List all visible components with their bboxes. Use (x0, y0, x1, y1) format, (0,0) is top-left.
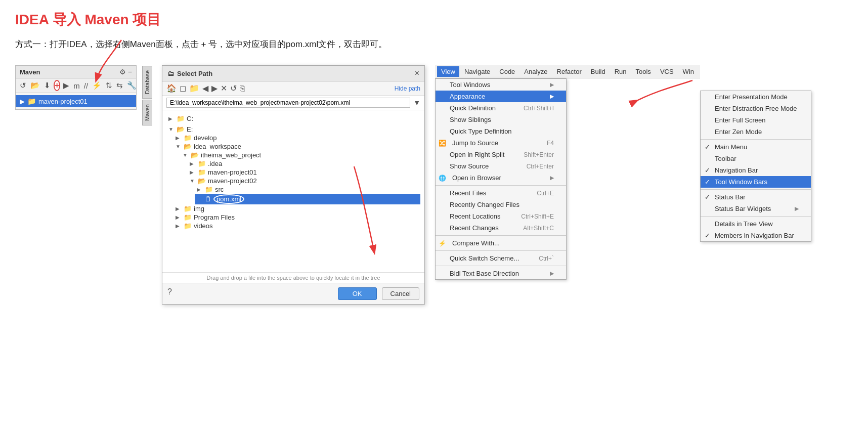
path-dropdown-icon[interactable]: ▼ (413, 99, 420, 107)
settings-icon[interactable]: 🔧 (126, 80, 138, 91)
tool-windows-label: Tool Windows (450, 81, 546, 89)
sub-status-bar[interactable]: Status Bar (701, 191, 811, 203)
menu-recent-files[interactable]: Recent Files Ctrl+E (436, 187, 566, 199)
lightning-icon[interactable]: ⚡ (91, 80, 103, 91)
forward-icon[interactable]: ▶ (211, 83, 218, 93)
sub-enter-distraction[interactable]: Enter Distraction Free Mode (701, 103, 811, 114)
menubar-item-win[interactable]: Win (679, 66, 698, 77)
open-folder-icon[interactable]: 📂 (29, 80, 41, 91)
ok-button[interactable]: OK (338, 287, 377, 300)
collapse-icon[interactable]: ⇅ (105, 80, 113, 91)
minus-icon[interactable]: − (128, 68, 132, 76)
menu-jump-to-source[interactable]: 🔀 Jump to Source F4 (436, 137, 566, 149)
folder-up-icon[interactable]: 📁 (189, 83, 199, 93)
sub-enter-fullscreen[interactable]: Enter Full Screen (701, 114, 811, 126)
cancel-button[interactable]: Cancel (382, 287, 419, 300)
menu-compare-with[interactable]: ⚡ Compare With... (436, 237, 566, 249)
menu-open-browser[interactable]: 🌐 Open in Browser ▶ (436, 172, 566, 184)
sub-enter-presentation[interactable]: Enter Presentation Mode (701, 91, 811, 103)
open-right-split-label: Open in Right Split (450, 151, 509, 158)
menu-recent-changes[interactable]: Recent Changes Alt+Shift+C (436, 222, 566, 234)
help-icon[interactable]: ? (167, 287, 172, 300)
tree-node-idea-workspace[interactable]: ▼ 📂 idea_workspace (173, 142, 420, 151)
menu-recent-locations[interactable]: Recent Locations Ctrl+Shift+E (436, 210, 566, 222)
tree-node-e[interactable]: ▼ 📂 E: ▶ 📁 develop ▼ 📂 idea_workspace (166, 124, 420, 231)
menubar-item-refactor[interactable]: Refactor (553, 66, 586, 77)
menu-tool-windows[interactable]: Tool Windows ▶ (436, 79, 566, 91)
dialog-close-button[interactable]: × (415, 69, 419, 78)
gear-icon[interactable]: ⚙ (119, 68, 126, 76)
sub-members-nav[interactable]: Members in Navigation Bar (701, 230, 811, 241)
download-icon[interactable]: ⬇ (43, 80, 52, 91)
expand-chevron: ▶ (20, 98, 25, 105)
menu-open-right-split[interactable]: Open in Right Split Shift+Enter (436, 149, 566, 160)
recent-changes-label: Recent Changes (450, 224, 509, 232)
maven-icon[interactable]: m (72, 81, 81, 91)
show-source-shortcut: Ctrl+Enter (527, 163, 554, 170)
back-icon[interactable]: ◀ (202, 83, 208, 93)
dialog-tree: ▶ 📁 C: ▼ 📂 E: ▶ 📁 develop (162, 110, 424, 272)
tree-node-c[interactable]: ▶ 📁 C: (166, 113, 420, 124)
tree-node-maven01[interactable]: ▶ 📁 maven-project01 (188, 168, 420, 177)
tree-node-develop[interactable]: ▶ 📁 develop (173, 134, 420, 142)
menubar-item-run[interactable]: Run (611, 66, 631, 77)
menubar-item-tools[interactable]: Tools (632, 66, 655, 77)
menubar-item-analyze[interactable]: Analyze (520, 66, 551, 77)
database-tab[interactable]: Database (142, 66, 152, 99)
copy-icon[interactable]: ⎘ (240, 84, 245, 93)
members-nav-label: Members in Navigation Bar (715, 232, 799, 239)
sub-navigation-bar[interactable]: Navigation Bar (701, 164, 811, 176)
maven-project-label: maven-project01 (38, 98, 88, 105)
recent-locations-label: Recent Locations (450, 212, 507, 220)
sub-enter-zen[interactable]: Enter Zen Mode (701, 126, 811, 138)
menu-show-source[interactable]: Show Source Ctrl+Enter (436, 160, 566, 172)
show-source-label: Show Source (450, 162, 512, 170)
toolbar-label: Toolbar (715, 155, 799, 162)
tree-node-idea[interactable]: ▶ 📁 .idea (188, 159, 420, 168)
tree-node-img[interactable]: ▶ 📁 img (173, 204, 420, 213)
sub-status-bar-widgets[interactable]: Status Bar Widgets ▶ (701, 203, 811, 215)
maven-panel: Maven ⚙ − ↺ 📂 ⬇ + ▶ m // ⚡ ⇅ ⇆ 🔧 ▶ 📁 mav… (15, 65, 137, 110)
menu-show-siblings[interactable]: Show Siblings (436, 114, 566, 125)
skip-tests-icon[interactable]: // (83, 81, 89, 91)
root-icon[interactable]: ◻ (180, 83, 186, 93)
dialog-buttons: ? OK Cancel (162, 283, 424, 304)
menubar-item-view[interactable]: View (437, 66, 459, 77)
maven-tab[interactable]: Maven (142, 100, 152, 125)
sub-toolbar[interactable]: Toolbar (701, 153, 811, 164)
add-button[interactable]: + (54, 80, 60, 91)
tree-node-program-files[interactable]: ▶ 📁 Program Files (173, 213, 420, 222)
page-title: IDEA 导入 Maven 项目 (15, 10, 853, 29)
menubar-item-navigate[interactable]: Navigate (460, 66, 494, 77)
tree-node-maven02[interactable]: ▼ 📂 maven-project02 (188, 177, 420, 185)
tree-node-src[interactable]: ▶ 📁 src (195, 185, 420, 194)
maven-tree-item[interactable]: ▶ 📁 maven-project01 (16, 95, 136, 107)
delete-path-icon[interactable]: ✕ (221, 83, 227, 93)
sub-main-menu[interactable]: Main Menu (701, 141, 811, 153)
menu-recently-changed[interactable]: Recently Changed Files (436, 199, 566, 210)
menu-quick-type-def[interactable]: Quick Type Definition (436, 125, 566, 137)
tree-node-videos[interactable]: ▶ 📁 videos (173, 222, 420, 230)
menu-quick-switch[interactable]: Quick Switch Scheme... Ctrl+` (436, 252, 566, 264)
menu-appearance[interactable]: Appearance ▶ (436, 91, 566, 102)
tree-node-itheima[interactable]: ▼ 📂 itheima_web_project (181, 151, 420, 159)
refresh-dialog-icon[interactable]: ↺ (230, 83, 237, 93)
tree-node-pom-xml[interactable]: 🗒 pom.xml (195, 194, 420, 204)
hide-path-label[interactable]: Hide path (395, 85, 420, 92)
refresh-icon[interactable]: ↺ (19, 80, 27, 91)
menubar-item-code[interactable]: Code (495, 66, 519, 77)
sub-tool-window-bars[interactable]: Tool Window Bars (701, 176, 811, 188)
home-icon[interactable]: 🏠 (166, 83, 177, 93)
bidi-arrow: ▶ (550, 270, 554, 277)
run-icon[interactable]: ▶ (62, 80, 70, 91)
menu-bidi[interactable]: Bidi Text Base Direction ▶ (436, 268, 566, 279)
dialog-path-input[interactable] (166, 98, 410, 108)
tool-window-bars-label: Tool Window Bars (715, 178, 799, 186)
browser-icon: 🌐 (439, 175, 446, 182)
sub-details-tree[interactable]: Details in Tree View (701, 218, 811, 230)
menubar-item-build[interactable]: Build (587, 66, 610, 77)
expand-icon[interactable]: ⇆ (115, 80, 124, 91)
main-menu-label: Main Menu (715, 143, 799, 151)
menubar-item-vcs[interactable]: VCS (656, 66, 678, 77)
menu-quick-definition[interactable]: Quick Definition Ctrl+Shift+I (436, 102, 566, 114)
